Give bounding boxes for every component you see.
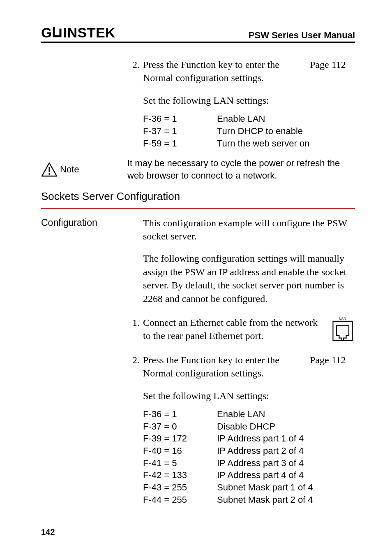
page-number: 142 — [41, 527, 55, 537]
setting-key: F-37 = 0 — [143, 420, 217, 433]
manual-title: PSW Series User Manual — [249, 30, 355, 41]
page-reference: Page 112 — [307, 58, 355, 85]
setting-row: F-39 = 172 IP Address part 1 of 4 — [143, 432, 355, 445]
config-paragraph: This configuration example will configur… — [143, 216, 355, 243]
step-number: 2. — [127, 353, 143, 367]
setting-row: F-40 = 16 IP Address part 2 of 4 — [143, 445, 355, 457]
setting-key: F-43 = 255 — [143, 481, 217, 494]
step-text: Connect an Ethernet cable from the netwo… — [143, 316, 327, 343]
setting-key: F-36 = 1 — [143, 408, 217, 420]
setting-value: Subnet Mask part 2 of 4 — [217, 494, 355, 506]
setting-value: IP Address part 1 of 4 — [217, 432, 355, 445]
setting-key: F-40 = 16 — [143, 445, 217, 457]
setting-row: F-44 = 255 Subnet Mask part 2 of 4 — [143, 494, 355, 506]
logo-text: INSTEK — [63, 25, 115, 41]
section-heading: Sockets Server Configuration — [41, 189, 355, 204]
setting-value: Turn DHCP to enable — [217, 125, 355, 137]
step1-row: 1. Connect an Ethernet cable from the ne… — [41, 316, 355, 343]
setting-value: IP Address part 4 of 4 — [217, 469, 355, 481]
setting-key: F-44 = 255 — [143, 494, 217, 506]
setting-value: Subnet Mask part 1 of 4 — [217, 481, 355, 494]
setting-value: Enable LAN — [217, 113, 355, 125]
step-number: 2. — [127, 58, 143, 71]
top-step-row: 2. Press the Function key to enter the N… — [41, 58, 355, 85]
step-number: 1. — [127, 316, 143, 329]
setting-row: F-59 = 1 Turn the web server on — [143, 137, 355, 150]
config-paragraph: The following configuration settings wil… — [143, 252, 355, 305]
setting-key: F-39 = 172 — [143, 432, 217, 445]
configuration-block: Configuration This configuration example… — [41, 216, 355, 305]
setting-value: Turn the web server on — [217, 137, 355, 150]
lan-intro: Set the following LAN settings: — [143, 389, 355, 402]
setting-row: F-43 = 255 Subnet Mask part 1 of 4 — [143, 481, 355, 494]
lan-intro: Set the following LAN settings: — [143, 94, 355, 107]
divider — [41, 152, 355, 152]
setting-key: F-59 = 1 — [143, 137, 217, 150]
setting-row: F-36 = 1 Enable LAN — [143, 408, 355, 420]
section-divider — [41, 208, 355, 209]
page-header: G INSTEK PSW Series User Manual — [41, 25, 355, 43]
setting-value: IP Address part 2 of 4 — [217, 445, 355, 457]
setting-value: IP Address part 3 of 4 — [217, 457, 355, 469]
setting-row: F-37 = 1 Turn DHCP to enable — [143, 125, 355, 137]
logo-g: G — [41, 25, 51, 41]
svg-rect-3 — [333, 321, 352, 341]
setting-key: F-41 = 5 — [143, 457, 217, 469]
step2-row: 2. Press the Function key to enter the N… — [41, 353, 355, 380]
configuration-label: Configuration — [41, 216, 127, 229]
top-settings-table: F-36 = 1 Enable LAN F-37 = 1 Turn DHCP t… — [143, 113, 355, 149]
setting-row: F-37 = 0 Disable DHCP — [143, 420, 355, 433]
setting-row: F-42 = 133 IP Address part 4 of 4 — [143, 469, 355, 481]
page-reference: Page 112 — [307, 353, 355, 380]
svg-point-2 — [48, 173, 50, 175]
setting-key: F-36 = 1 — [143, 113, 217, 125]
setting-value: Enable LAN — [217, 408, 355, 420]
setting-row: F-36 = 1 Enable LAN — [143, 113, 355, 125]
step-text: Press the Function key to enter the Norm… — [143, 58, 307, 85]
lan-port-icon: LAN — [330, 316, 355, 341]
setting-value: Disable DHCP — [217, 420, 355, 433]
note-label: Note — [60, 163, 79, 176]
step2-settings-table: F-36 = 1 Enable LAN F-37 = 0 Disable DHC… — [143, 408, 355, 506]
note-block: Note It may be necessary to cycle the po… — [41, 157, 355, 181]
warning-icon — [41, 162, 58, 177]
note-text: It may be necessary to cycle the power o… — [127, 157, 355, 181]
logo-separator-icon — [52, 27, 62, 39]
brand-logo: G INSTEK — [41, 25, 115, 41]
step-text: Press the Function key to enter the Norm… — [143, 353, 307, 380]
setting-row: F-41 = 5 IP Address part 3 of 4 — [143, 457, 355, 469]
lan-label: LAN — [339, 316, 346, 320]
setting-key: F-37 = 1 — [143, 125, 217, 137]
setting-key: F-42 = 133 — [143, 469, 217, 481]
